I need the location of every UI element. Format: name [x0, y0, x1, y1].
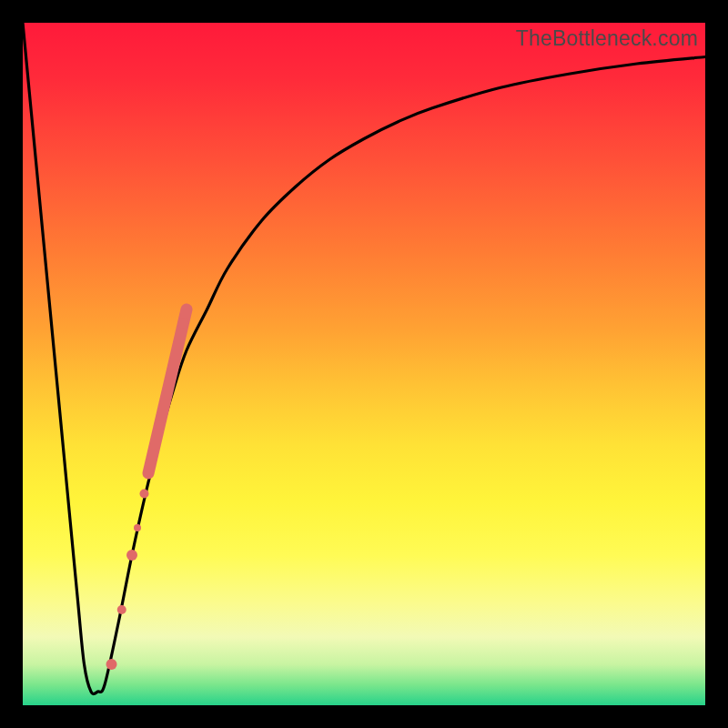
highlight-thick-segment — [148, 309, 187, 473]
highlight-dot — [177, 318, 188, 329]
highlight-dot — [117, 605, 126, 614]
bottleneck-curve — [23, 23, 705, 694]
curve-layer — [23, 23, 705, 694]
highlight-dot — [106, 659, 117, 670]
plot-area: TheBottleneck.com — [23, 23, 705, 705]
highlight-dot — [134, 524, 141, 531]
chart-svg — [23, 23, 705, 705]
highlight-dot — [140, 490, 149, 499]
highlight-dot — [155, 421, 164, 430]
highlight-dot — [126, 550, 137, 561]
chart-frame: TheBottleneck.com — [0, 0, 728, 728]
